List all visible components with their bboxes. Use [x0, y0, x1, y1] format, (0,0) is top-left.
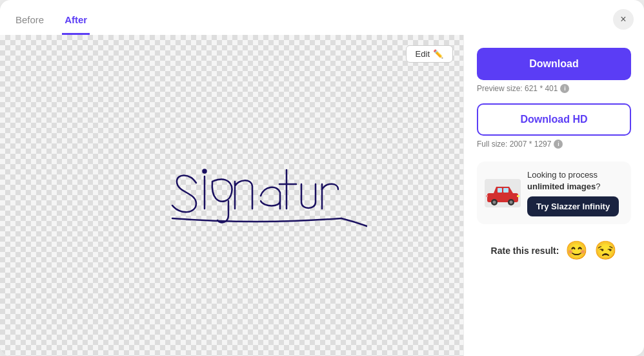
signature-image — [96, 131, 367, 260]
promo-text-block: Looking to process unlimited images? Try… — [527, 169, 623, 216]
try-infinity-button[interactable]: Try Slazzer Infinity — [527, 196, 619, 216]
meh-rating-button[interactable]: 😒 — [594, 240, 617, 261]
preview-size-info: Preview size: 621 * 401 i — [477, 84, 631, 93]
pencil-icon: ✏️ — [433, 49, 443, 59]
svg-point-0 — [203, 169, 206, 173]
preview-info-icon: i — [560, 84, 569, 93]
full-size-info: Full size: 2007 * 1297 i — [477, 140, 631, 149]
download-button[interactable]: Download — [477, 48, 631, 80]
close-button[interactable]: × — [613, 9, 634, 30]
happy-rating-button[interactable]: 😊 — [565, 240, 588, 261]
main-modal: Before After × Edit ✏️ — [0, 0, 644, 356]
svg-point-6 — [493, 200, 496, 204]
edit-label: Edit — [416, 49, 430, 59]
modal-body: Edit ✏️ — [0, 35, 644, 356]
promo-text: Looking to process unlimited images? — [527, 169, 623, 193]
rate-section: Rate this result: 😊 😒 — [477, 240, 631, 261]
preview-area: Edit ✏️ — [0, 35, 463, 356]
right-panel: Download Preview size: 621 * 401 i Downl… — [463, 35, 644, 356]
svg-point-8 — [510, 200, 513, 204]
modal-header: Before After × — [0, 0, 644, 35]
full-info-icon: i — [554, 140, 563, 149]
edit-button[interactable]: Edit ✏️ — [406, 45, 453, 63]
promo-banner: Looking to process unlimited images? Try… — [477, 162, 631, 224]
svg-rect-10 — [486, 195, 488, 197]
svg-rect-9 — [517, 195, 519, 197]
car-image — [485, 179, 521, 207]
svg-rect-4 — [503, 188, 508, 193]
rate-label: Rate this result: — [491, 246, 559, 256]
svg-rect-3 — [498, 188, 502, 193]
tab-before[interactable]: Before — [13, 9, 46, 35]
tab-after[interactable]: After — [62, 9, 90, 35]
download-hd-button[interactable]: Download HD — [477, 103, 631, 136]
